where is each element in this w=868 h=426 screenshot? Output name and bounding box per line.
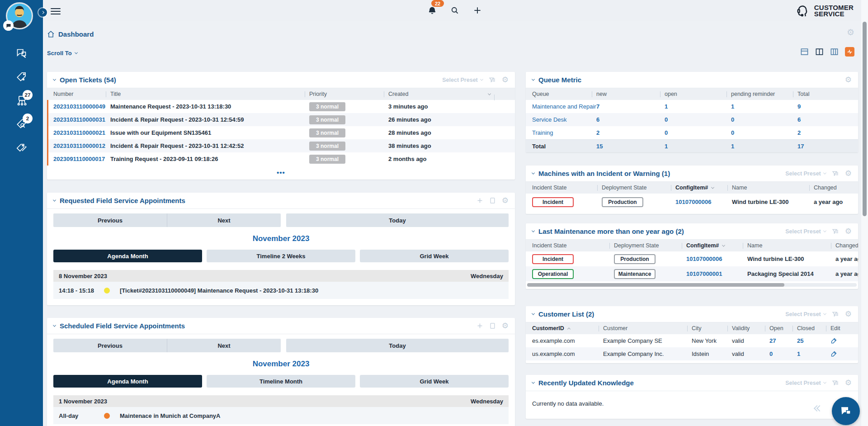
collapse-chevron-icon[interactable] xyxy=(532,171,535,175)
expand-sidebar-button[interactable] xyxy=(38,8,47,17)
filter-preset-icon[interactable] xyxy=(832,379,839,387)
home-icon[interactable] xyxy=(47,30,55,38)
sort-desc-icon[interactable] xyxy=(722,243,725,246)
filter-preset-icon[interactable] xyxy=(832,170,839,177)
select-preset-dropdown[interactable]: Select Preset xyxy=(442,77,483,83)
today-button[interactable]: Today xyxy=(286,339,509,352)
appointment-label[interactable]: [Ticket#2023103110000049] Maintenance Re… xyxy=(120,287,318,294)
widget-settings-gear-icon[interactable]: ⚙ xyxy=(845,310,852,318)
collapse-chat-chevrons-icon[interactable] xyxy=(816,406,822,411)
closed-count-link[interactable]: 25 xyxy=(797,337,830,344)
next-button[interactable]: Next xyxy=(167,339,281,352)
scroll-to-dropdown[interactable]: Scroll To xyxy=(47,50,77,57)
queue-count-link[interactable]: 15 xyxy=(596,143,665,150)
collapse-chevron-icon[interactable] xyxy=(532,78,535,81)
sidebar-item-configitems[interactable]: 27 xyxy=(0,89,43,112)
queue-count-link[interactable]: 1 xyxy=(731,103,797,110)
machine-row[interactable]: Operational Maintenance 10107000001 Pack… xyxy=(526,266,858,281)
customer-row[interactable]: us.example.com Example Company Inc. Idst… xyxy=(526,347,858,360)
select-preset-dropdown[interactable]: Select Preset xyxy=(785,170,826,177)
widget-settings-gear-icon[interactable]: ⚙ xyxy=(502,322,509,330)
tab-timeline-month[interactable]: Timeline Month xyxy=(207,375,355,388)
filter-preset-icon[interactable] xyxy=(489,76,496,84)
select-preset-dropdown[interactable]: Select Preset xyxy=(785,380,826,386)
open-count-link[interactable]: 27 xyxy=(769,337,797,344)
configitem-link[interactable]: 10107000006 xyxy=(675,199,732,205)
widget-settings-gear-icon[interactable]: ⚙ xyxy=(845,170,852,177)
closed-count-link[interactable]: 1 xyxy=(797,350,830,357)
add-appointment-icon[interactable] xyxy=(476,197,483,204)
queue-link[interactable]: Maintenance and Repair xyxy=(532,103,596,110)
col-number[interactable]: Number xyxy=(53,91,110,97)
widget-settings-gear-icon[interactable]: ⚙ xyxy=(502,76,509,84)
add-appointment-icon[interactable] xyxy=(476,322,483,329)
queue-count-link[interactable]: 0 xyxy=(731,129,797,136)
col-priority[interactable]: Priority xyxy=(309,91,388,97)
ticket-row[interactable]: 2023103110000031 Incident & Repair Reque… xyxy=(47,113,515,126)
ticket-number-link[interactable]: 2023103110000012 xyxy=(53,142,110,149)
ticket-number-link[interactable]: 2023103110000031 xyxy=(53,116,110,123)
next-button[interactable]: Next xyxy=(167,213,281,227)
queue-count-link[interactable]: 1 xyxy=(731,143,797,150)
queue-count-link[interactable]: 0 xyxy=(665,129,731,136)
horizontal-scrollbar-thumb[interactable] xyxy=(527,283,784,287)
tab-grid-week[interactable]: Grid Week xyxy=(360,250,509,262)
select-preset-dropdown[interactable]: Select Preset xyxy=(785,228,826,235)
ticket-number-link[interactable]: 2023103110000021 xyxy=(53,129,110,136)
sidebar-item-tags[interactable] xyxy=(0,136,43,159)
filter-preset-icon[interactable] xyxy=(832,311,839,318)
calendar-panel-icon[interactable] xyxy=(489,322,496,329)
machine-row[interactable]: Incident Production 10107000006 Wind tur… xyxy=(526,251,858,266)
queue-count-link[interactable]: 2 xyxy=(596,129,665,136)
layout-columns-icon[interactable] xyxy=(830,47,839,56)
col-created[interactable]: Created xyxy=(388,91,499,97)
queue-count-link[interactable]: 6 xyxy=(797,116,858,123)
widget-settings-gear-icon[interactable]: ⚙ xyxy=(502,197,509,204)
queue-count-link[interactable]: 9 xyxy=(797,103,858,110)
vertical-scrollbar-thumb[interactable] xyxy=(863,22,867,216)
search-icon[interactable] xyxy=(450,5,460,15)
today-button[interactable]: Today xyxy=(286,213,509,227)
queue-count-link[interactable]: 1 xyxy=(665,103,731,110)
ticket-row[interactable]: 2023103110000012 Incident & Repair Reque… xyxy=(47,139,515,152)
widget-settings-gear-icon[interactable]: ⚙ xyxy=(845,227,852,235)
open-count-link[interactable]: 0 xyxy=(769,350,797,357)
collapse-chevron-icon[interactable] xyxy=(53,324,56,327)
customer-row[interactable]: es.example.com Example Company SE New Yo… xyxy=(526,334,858,347)
ticket-row[interactable]: 2023103110000049 Maintenance Request - 2… xyxy=(47,100,515,113)
appointment-row[interactable]: 14:18 - 15:18 [Ticket#2023103110000049] … xyxy=(53,282,509,299)
tab-agenda-month[interactable]: Agenda Month xyxy=(53,250,202,262)
sidebar-item-favorites[interactable] xyxy=(0,65,43,89)
add-icon[interactable] xyxy=(472,5,482,15)
activity-widget-icon[interactable] xyxy=(845,47,854,57)
sort-desc-icon[interactable] xyxy=(488,92,491,95)
sort-asc-icon[interactable] xyxy=(567,327,571,331)
col-title[interactable]: Title xyxy=(110,91,309,97)
queue-count-link[interactable]: 7 xyxy=(596,103,665,110)
layout-sidebar-icon[interactable] xyxy=(815,47,824,56)
appointment-row[interactable]: All-day Maintenace in Munich at CompanyA xyxy=(53,407,509,424)
sort-desc-icon[interactable] xyxy=(711,185,714,189)
calendar-panel-icon[interactable] xyxy=(489,197,496,204)
configitem-link[interactable]: 10107000006 xyxy=(686,256,747,262)
menu-icon[interactable] xyxy=(51,6,61,14)
tab-agenda-month[interactable]: Agenda Month xyxy=(53,375,202,388)
sidebar-item-conversations[interactable] xyxy=(0,42,43,65)
widget-settings-gear-icon[interactable]: ⚙ xyxy=(845,76,852,84)
queue-count-link[interactable]: 6 xyxy=(596,116,665,123)
queue-link[interactable]: Training xyxy=(532,129,596,136)
appointment-label[interactable]: Maintenace in Munich at CompanyA xyxy=(120,412,220,419)
layout-rows-icon[interactable] xyxy=(800,47,809,56)
queue-count-link[interactable]: 0 xyxy=(665,116,731,123)
previous-button[interactable]: Previous xyxy=(53,213,167,227)
queue-link[interactable]: Service Desk xyxy=(532,116,596,123)
collapse-chevron-icon[interactable] xyxy=(532,312,535,315)
ticket-number-link[interactable]: 2023091110000017 xyxy=(53,156,110,162)
configitem-link[interactable]: 10107000001 xyxy=(686,270,747,277)
load-more-button[interactable]: ••• xyxy=(277,169,285,176)
filter-preset-icon[interactable] xyxy=(832,228,839,235)
collapse-chevron-icon[interactable] xyxy=(53,78,56,81)
collapse-chevron-icon[interactable] xyxy=(53,199,56,202)
ticket-row[interactable]: 2023091110000017 Training Request - 2023… xyxy=(47,152,515,166)
queue-count-link[interactable]: 1 xyxy=(665,143,731,150)
